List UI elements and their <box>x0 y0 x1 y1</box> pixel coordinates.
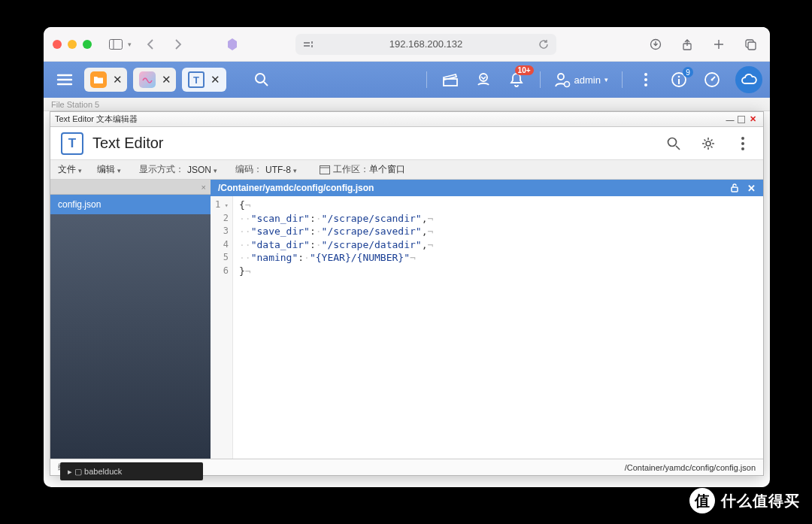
user-label: admin <box>574 74 601 86</box>
user-menu[interactable]: admin ▾ <box>554 71 608 88</box>
notification-badge: 10+ <box>515 65 534 75</box>
back-button[interactable] <box>139 35 160 53</box>
close-button[interactable]: ✕ <box>747 114 759 125</box>
menu-edit[interactable]: 编辑 <box>89 160 129 179</box>
svg-point-12 <box>480 74 487 81</box>
text-editor-window: Text Editor 文本编辑器 ✕ T Text Editor 文件 编辑 … <box>50 111 764 476</box>
site-app-icon[interactable] <box>222 35 243 53</box>
traffic-lights <box>53 40 92 49</box>
browser-titlebar: ▾ 192.168.200.132 <box>44 27 770 62</box>
cloud-button[interactable] <box>735 66 762 93</box>
unlock-icon[interactable] <box>729 183 740 193</box>
forward-button[interactable] <box>168 35 189 53</box>
maximize-button[interactable] <box>738 116 745 123</box>
encoding-label: 编码： <box>225 163 265 176</box>
reload-button[interactable] <box>538 39 549 50</box>
wave-icon <box>139 71 156 88</box>
background-task-peek: ▸ ▢ babelduck <box>60 462 203 480</box>
close-icon[interactable]: ✕ <box>113 73 123 86</box>
task-text-editor[interactable]: T ✕ <box>182 68 226 92</box>
svg-rect-0 <box>110 39 123 49</box>
svg-rect-2 <box>304 42 310 44</box>
settings-button[interactable] <box>698 134 718 153</box>
sidebar-toggle[interactable]: ▾ <box>105 35 132 53</box>
te-path-bar: /Container/yamdc/config/config.json ✕ <box>211 180 763 196</box>
workspace-label: 工作区： <box>333 163 369 176</box>
close-icon[interactable]: ✕ <box>162 73 171 86</box>
search-button[interactable] <box>664 134 683 153</box>
tabs-overview-button[interactable] <box>740 35 761 53</box>
maximize-window-button[interactable] <box>83 40 92 49</box>
te-menubar: 文件 编辑 显示方式： JSON 编码： UTF-8 工作区： 单个窗口 <box>50 160 763 180</box>
svg-rect-9 <box>748 42 756 50</box>
code-area[interactable]: 123456 {¬··"scan_dir":·"/scrape/scandir"… <box>211 196 763 459</box>
minimize-window-button[interactable] <box>68 40 77 49</box>
svg-rect-4 <box>311 41 313 44</box>
notifications-button[interactable]: 10+ <box>507 70 526 89</box>
te-editor-pane: /Container/yamdc/config/config.json ✕ 12… <box>211 180 763 459</box>
task-app-2[interactable]: ✕ <box>133 68 176 92</box>
nas-top-bar: ✕ ✕ T ✕ 10+ <box>44 62 770 98</box>
svg-rect-20 <box>678 79 680 84</box>
svg-point-16 <box>644 78 647 81</box>
info-button[interactable]: 9 <box>669 70 689 89</box>
status-path: /Container/yamdc/config/config.json <box>625 463 756 472</box>
svg-point-13 <box>558 74 564 80</box>
svg-point-25 <box>741 137 744 140</box>
close-icon[interactable]: ✕ <box>211 73 220 86</box>
watermark: 值 什么值得买 <box>689 488 800 513</box>
svg-rect-28 <box>320 165 330 174</box>
svg-point-17 <box>644 83 647 86</box>
folder-icon <box>90 71 107 88</box>
svg-point-15 <box>644 73 647 76</box>
task-file-station[interactable]: ✕ <box>84 68 127 92</box>
te-app-title: Text Editor <box>92 135 649 152</box>
more-button[interactable] <box>733 134 753 153</box>
display-mode-select[interactable]: JSON <box>187 160 225 179</box>
svg-point-22 <box>711 79 714 81</box>
more-button[interactable] <box>636 70 656 89</box>
new-tab-button[interactable] <box>708 35 729 53</box>
te-window-title: Text Editor 文本编辑器 <box>55 114 723 125</box>
main-menu-button[interactable] <box>51 67 78 92</box>
close-file-icon[interactable]: ✕ <box>747 183 756 194</box>
minimize-button[interactable] <box>724 114 736 125</box>
te-window-titlebar[interactable]: Text Editor 文本编辑器 ✕ <box>50 112 763 127</box>
te-header: T Text Editor <box>50 127 763 160</box>
svg-point-23 <box>668 138 677 146</box>
line-gutter: 123456 <box>211 196 233 459</box>
te-file-sidebar: × config.json <box>50 180 211 459</box>
sidebar-icon <box>105 35 126 53</box>
dashboard-button[interactable] <box>702 70 722 89</box>
clapper-icon[interactable] <box>441 70 460 89</box>
svg-point-10 <box>256 74 265 83</box>
workspace-value: 单个窗口 <box>369 163 405 176</box>
search-button[interactable] <box>252 70 271 89</box>
code-content[interactable]: {¬··"scan_dir":·"/scrape/scandir",¬··"sa… <box>233 196 439 459</box>
background-crumb: File Station 5 <box>44 98 770 111</box>
svg-rect-30 <box>732 187 738 192</box>
devices-icon[interactable] <box>474 70 493 89</box>
display-mode-label: 显示方式： <box>129 163 187 176</box>
user-icon <box>554 71 571 88</box>
svg-rect-5 <box>311 45 313 47</box>
close-window-button[interactable] <box>53 40 62 49</box>
site-settings-icon[interactable] <box>303 40 314 49</box>
address-bar[interactable]: 192.168.200.132 <box>295 34 556 55</box>
open-file-tab[interactable]: config.json <box>50 195 211 214</box>
nas-right-controls: 10+ admin ▾ 9 <box>426 66 762 93</box>
share-button[interactable] <box>677 35 698 53</box>
sidebar-close[interactable]: × <box>50 180 211 195</box>
svg-point-26 <box>741 142 744 145</box>
text-editor-app-icon: T <box>61 132 83 155</box>
menu-file[interactable]: 文件 <box>50 160 89 179</box>
file-path: /Container/yamdc/config/config.json <box>218 183 722 193</box>
text-editor-icon: T <box>188 71 205 88</box>
svg-point-27 <box>741 147 744 150</box>
encoding-select[interactable]: UTF-8 <box>265 160 304 179</box>
workspace-icon <box>320 165 330 174</box>
svg-point-14 <box>564 82 569 87</box>
downloads-button[interactable] <box>645 35 666 53</box>
svg-rect-3 <box>304 45 310 47</box>
info-badge: 9 <box>683 67 693 77</box>
